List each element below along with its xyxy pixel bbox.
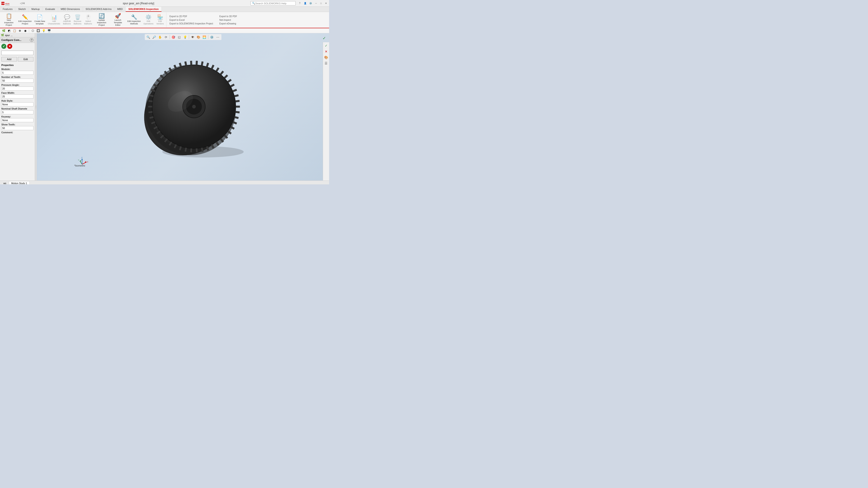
add-characteristic-btn[interactable]: 📊 AddCharacteristic — [47, 14, 61, 26]
rt-icon-1[interactable]: ✓ — [324, 43, 329, 48]
view-settings-icon[interactable]: ⚙️ — [209, 35, 215, 39]
tab-sketch[interactable]: Sketch — [16, 7, 29, 12]
display-icon[interactable]: 💡 — [182, 35, 188, 39]
svg-rect-56 — [232, 89, 237, 92]
pan-icon[interactable]: ✋ — [157, 35, 163, 39]
svg-rect-47 — [195, 61, 197, 65]
export-excel[interactable]: Export to Excel — [168, 19, 214, 22]
tab-features[interactable]: Features — [0, 7, 16, 12]
tab-evaluate[interactable]: Evaluate — [43, 7, 58, 12]
view-orient-icon[interactable]: 🔲 — [36, 29, 40, 33]
ribbon-content: 📋 New InspectionProject ✏️ Edit Inspecti… — [0, 12, 329, 28]
edit-methods-btn[interactable]: 🔧 Edit InspectionMethods — [126, 14, 142, 26]
module-input[interactable] — [1, 71, 33, 75]
svg-text:Y: Y — [78, 159, 79, 161]
feature-tree-icon[interactable]: 🌿 — [1, 29, 6, 33]
update-project-icon: 🔄 — [98, 13, 105, 19]
tab-mbd[interactable]: MBD — [114, 7, 125, 12]
remove-balloons-btn[interactable]: 🗑️ RemoveBalloons — [72, 14, 83, 26]
configure-component-title: Configure Com... — [1, 39, 22, 41]
launch-template-btn[interactable]: 🚀 LaunchTemplate Editor — [110, 13, 126, 27]
viewport[interactable]: 🔍 🔎 ✋ ⟳ 🎯 ◱ 💡 👁️ 🎨 🌅 ⚙️ ⋯ ✓ ✕ ✓ ✕ 🎨 ☰ — [37, 33, 329, 181]
confirm-cross-btn[interactable]: ✕ — [7, 44, 12, 49]
shaft-diameter-label: Nominal Shaft Diamete — [1, 107, 33, 110]
export-edrawing[interactable]: Export eDrawing — [219, 22, 238, 25]
export-2d-pdf[interactable]: Export to 2D PDF — [168, 15, 214, 18]
svg-rect-52 — [220, 71, 224, 75]
hub-style-input[interactable] — [1, 102, 33, 106]
tab-solidworks-inspection[interactable]: SOLIDWORKS Inspection — [126, 7, 162, 12]
face-width-input[interactable] — [1, 94, 33, 98]
bottom-tab-motion-study[interactable]: Motion Study 1 — [9, 181, 30, 184]
help-btn[interactable]: ? — [298, 1, 302, 5]
add-balloons-btn[interactable]: 💬 Add/EditBalloons — [62, 14, 72, 26]
teeth-input[interactable] — [1, 78, 33, 83]
display-style-icon[interactable]: 💡 — [41, 29, 46, 33]
cam-task-icon[interactable]: ⊕ — [18, 29, 22, 33]
zoom-glass-icon[interactable]: 🔍 — [146, 35, 151, 39]
tab-markup[interactable]: Markup — [29, 7, 43, 12]
export-panel: Export to 2D PDF Export to Excel Export … — [166, 12, 329, 27]
rt-icon-2[interactable]: ✕ — [324, 49, 329, 54]
edit-inspection-btn[interactable]: ✏️ Edit InspectionProject — [17, 14, 33, 26]
svg-rect-34 — [148, 106, 152, 107]
tab-solidworks-addins[interactable]: SOLIDWORKS Add-Ins — [83, 7, 115, 12]
component-name-input[interactable] — [1, 51, 33, 55]
edit-vendors-btn[interactable]: 🏪 EditVendors — [155, 14, 165, 26]
add-characteristic-label: AddCharacteristic — [48, 20, 60, 25]
minimize-btn[interactable]: ─ — [314, 1, 318, 5]
hide-show-icon[interactable]: 👁️ — [190, 35, 195, 39]
restore-btn[interactable]: □ — [319, 1, 323, 5]
rt-color-icon[interactable]: 🎨 — [324, 55, 329, 60]
show-teeth-input[interactable] — [1, 126, 33, 130]
export-net-inspect[interactable]: Net-Inspect — [219, 19, 238, 22]
appearance-vp-icon[interactable]: 🎨 — [196, 35, 201, 39]
appearance-icon[interactable]: ◉ — [23, 29, 28, 33]
prop-comment: Comment: — [1, 131, 33, 134]
section-view-icon[interactable]: 🖥️ — [47, 29, 51, 33]
settings-btn[interactable]: ⚙️ — [308, 1, 313, 5]
user-btn[interactable]: 👤 — [303, 1, 307, 5]
keyway-label: Keyway: — [1, 115, 33, 118]
keyway-input[interactable] — [1, 118, 33, 122]
magnify-icon[interactable]: 🔎 — [151, 35, 157, 39]
create-template-btn[interactable]: 📄 Create Newtemplate — [33, 14, 46, 26]
panel-divider[interactable] — [35, 33, 37, 181]
bottom-tab-ws[interactable]: ws — [1, 181, 9, 184]
view-extra-icon[interactable]: ⋯ — [215, 35, 220, 39]
rotate-icon[interactable]: ⟳ — [163, 35, 168, 39]
pressure-input[interactable] — [1, 87, 33, 91]
new-inspection-btn[interactable]: 📋 New InspectionProject — [1, 13, 17, 27]
orient-icon[interactable]: 🎯 — [170, 35, 176, 39]
edit-vendors-label: EditVendors — [156, 20, 164, 25]
section-icon[interactable]: ◱ — [177, 35, 182, 39]
help-button[interactable]: ? — [30, 38, 33, 42]
edit-operations-btn[interactable]: ⚙️ EditOperations — [143, 14, 155, 26]
property-manager-icon[interactable]: ◩ — [7, 29, 11, 33]
select-balloons-icon: 🖱️ — [85, 15, 91, 20]
add-characteristic-icon: 📊 — [51, 15, 57, 20]
config-manager-icon[interactable]: 📋 — [12, 29, 17, 33]
right-toolbar: ✓ ✕ 🎨 ☰ — [323, 42, 329, 181]
svg-rect-10 — [235, 111, 240, 113]
shaft-diameter-input[interactable] — [1, 110, 33, 114]
export-3d-pdf[interactable]: Export to 3D PDF — [219, 15, 238, 18]
zoom-fit-icon[interactable]: ⬡ — [31, 29, 35, 33]
close-btn[interactable]: ✕ — [324, 1, 328, 5]
launch-template-label: LaunchTemplate Editor — [111, 19, 125, 26]
confirm-check-btn[interactable]: ✓ — [1, 44, 6, 49]
viewport-check-btn[interactable]: ✓ — [321, 35, 327, 41]
remove-balloons-label: RemoveBalloons — [74, 20, 82, 25]
bottom-tabs: ws Motion Study 1 — [0, 181, 329, 184]
update-project-btn[interactable]: 🔄 Update InspectionProject — [94, 13, 110, 27]
svg-marker-71 — [81, 159, 83, 160]
tab-mbd-dimensions[interactable]: MBD Dimensions — [58, 7, 83, 12]
rt-list-icon[interactable]: ☰ — [324, 61, 329, 66]
new-inspection-label: New InspectionProject — [2, 19, 16, 26]
export-sw-project[interactable]: Export to SOLIDWORKS Inspection Project — [168, 22, 214, 25]
scenes-icon[interactable]: 🌅 — [202, 35, 207, 39]
help-search[interactable]: 🔍 Search SOLIDWORKS Help — [250, 1, 296, 5]
select-balloons-btn[interactable]: 🖱️ SelectBalloons — [83, 14, 93, 26]
edit-button[interactable]: Edit — [18, 57, 33, 61]
add-button[interactable]: Add — [1, 57, 17, 61]
